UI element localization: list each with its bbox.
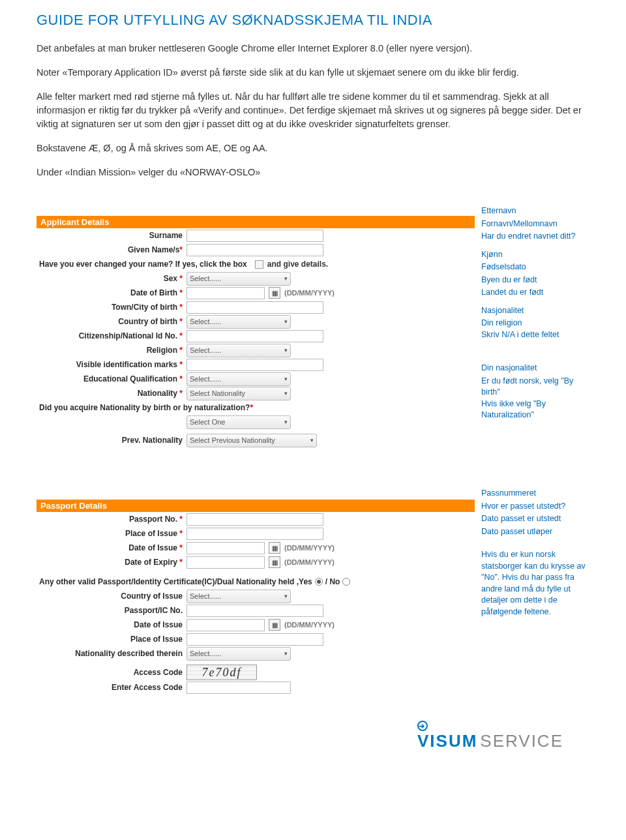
input-placeissue2[interactable] [186, 633, 323, 646]
label-dateexpiry: Date of Expiry [125, 558, 177, 567]
select-acquire[interactable]: Select One▾ [186, 415, 291, 429]
select-countryissue[interactable]: Select......▾ [186, 590, 291, 603]
label-dateissue2: Date of Issue [134, 620, 183, 629]
label-marks: Visible identification marks [76, 360, 177, 369]
label-religion: Religion [147, 346, 177, 355]
intro-p5: Under «Indian Mission» velger du «NORWAY… [37, 166, 589, 179]
input-nid[interactable] [186, 330, 323, 342]
label-placeissue: Place of Issue [125, 529, 177, 538]
page-title: GUIDE FOR UTFYLLING AV SØKNADSSKJEMA TIL… [37, 12, 589, 29]
radio-no[interactable] [342, 578, 350, 586]
note-otherpass: Hvis du er kun norsk statsborger kan du … [481, 549, 589, 618]
select-prevnat[interactable]: Select Previous Nationality▾ [186, 434, 317, 447]
select-nationality[interactable]: Select Nationality▾ [186, 387, 291, 400]
passport-form: Passport Details Passport No. * Place of… [37, 500, 475, 695]
calendar-icon[interactable]: ▦ [269, 556, 280, 568]
label-changedname-tail: and give details. [267, 260, 328, 269]
hint-dateissue2: (DD/MM/YYYY) [284, 621, 335, 629]
input-dateexpiry[interactable] [186, 556, 265, 569]
label-givenname: Given Name/s [128, 245, 179, 254]
label-slash-no: / No [325, 577, 340, 586]
label-prevnat: Prev. Nationality [122, 436, 183, 445]
input-dob[interactable] [186, 287, 265, 299]
checkbox-changedname[interactable] [255, 260, 263, 269]
select-religion[interactable]: Select......▾ [186, 344, 291, 357]
radio-yes[interactable] [315, 578, 323, 586]
note-sex: Kjønn [481, 249, 589, 261]
hint-dateexpiry: (DD/MM/YYYY) [284, 558, 335, 566]
note-religion-a: Din religion [481, 318, 589, 329]
input-surname[interactable] [186, 230, 323, 242]
label-placeissue2: Place of Issue [130, 635, 183, 644]
label-edu: Educational Qualification [83, 374, 177, 383]
input-passportno[interactable] [186, 513, 323, 526]
note-givenname: Fornavn/Mellomnavn [481, 218, 589, 230]
note-passno: Passnummeret [481, 488, 589, 500]
applicant-form: Applicant Details Surname Given Name/s* … [37, 216, 475, 447]
input-towncity[interactable] [186, 301, 323, 314]
input-givenname[interactable] [186, 244, 323, 256]
label-dateissue: Date of Issue [128, 543, 177, 552]
note-country: Landet du er født [481, 287, 589, 299]
select-country[interactable]: Select......▾ [186, 315, 291, 329]
intro-p2: Noter «Temporary Application ID» øverst … [37, 66, 589, 80]
input-accesscode[interactable] [186, 682, 291, 694]
logo-service: SERVICE [480, 731, 563, 751]
note-dob: Fødselsdato [481, 262, 589, 273]
label-accesscode: Access Code [134, 668, 183, 677]
note-placeissue: Hvor er passet utstedt? [481, 501, 589, 513]
note-nationality: Din nasjonalitet [481, 363, 589, 374]
notes-passport: Passnummeret Hvor er passet utstedt? Dat… [475, 473, 589, 695]
intro-text: Det anbefales at man bruker nettleseren … [37, 42, 589, 179]
logo-visum: VISUM [417, 731, 477, 751]
input-marks[interactable] [186, 359, 323, 371]
label-nationality: Nationality [138, 389, 177, 398]
logo-visumservice: ➜ VISUMSERVICE [37, 721, 589, 751]
note-surname: Etternavn [481, 205, 589, 217]
arrow-icon: ➜ [417, 721, 428, 731]
intro-p4: Bokstavene Æ, Ø, og Å må skrives som AE,… [37, 142, 589, 155]
note-acquire-b: Hvis ikke velg "By Naturalization" [481, 398, 589, 421]
input-passportic[interactable] [186, 605, 323, 617]
select-nattherein[interactable]: Select......▾ [186, 647, 291, 661]
section-applicant-details: Applicant Details [37, 216, 475, 228]
label-surname: Surname [149, 231, 183, 240]
note-dateissue: Dato passet er utstedt [481, 513, 589, 525]
label-nid: Citizenship/National Id No. [79, 331, 177, 340]
section-passport-details: Passport Details [37, 500, 475, 512]
note-religion-b: Skriv N/A i dette feltet [481, 329, 589, 341]
label-passportno: Passport No. [129, 515, 177, 524]
label-other-passport: Any other valid Passport/Identity Certif… [39, 577, 312, 586]
calendar-icon[interactable]: ▦ [269, 287, 280, 299]
input-placeissue[interactable] [186, 528, 323, 540]
label-sex: Sex [164, 274, 177, 283]
select-edu[interactable]: Select......▾ [186, 372, 291, 386]
note-changedname: Har du endret navnet ditt? [481, 231, 589, 243]
label-countryissue: Country of Issue [121, 592, 183, 601]
label-nattherein: Nationality described therein [75, 649, 183, 658]
label-acquire: Did you acquire Nationality by birth or … [39, 403, 250, 412]
input-dateissue2[interactable] [186, 619, 265, 631]
select-sex[interactable]: Select......▾ [186, 272, 291, 286]
calendar-icon[interactable]: ▦ [269, 619, 280, 631]
hint-dateissue: (DD/MM/YYYY) [284, 544, 335, 552]
note-dateexpiry: Dato passet utløper [481, 526, 589, 538]
intro-p1: Det anbefales at man bruker nettleseren … [37, 42, 589, 55]
label-passportic: Passport/IC No. [125, 606, 183, 615]
label-country: Country of birth [118, 317, 177, 326]
note-acquire-a: Er du født norsk, velg "By birth" [481, 376, 589, 398]
label-towncity: Town/City of birth [112, 303, 177, 312]
calendar-icon[interactable]: ▦ [269, 542, 280, 554]
captcha-image: 7e70df [186, 665, 257, 680]
intro-p3: Alle felter markert med rød stjerne må f… [37, 90, 589, 131]
notes-applicant: Etternavn Fornavn/Mellomnavn Har du endr… [475, 190, 589, 447]
label-changedname: Have you ever changed your name? If yes,… [39, 260, 247, 269]
note-nid: Nasjonalitet [481, 305, 589, 317]
input-dateissue[interactable] [186, 542, 265, 554]
label-dob: Date of Birth [130, 288, 177, 297]
label-enteraccess: Enter Access Code [112, 683, 183, 692]
note-towncity: Byen du er født [481, 275, 589, 286]
hint-dob: (DD/MM/YYYY) [284, 289, 335, 297]
